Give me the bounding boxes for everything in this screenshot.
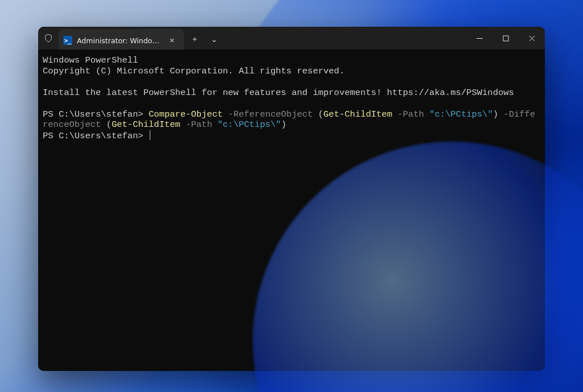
ps-space xyxy=(212,119,217,130)
prompt-text: PS C:\Users\stefan> xyxy=(43,109,149,119)
ps-space xyxy=(392,109,397,119)
ps-space xyxy=(180,119,186,130)
cursor-icon xyxy=(150,130,150,139)
ps-space xyxy=(223,109,228,119)
titlebar-drag-region[interactable] xyxy=(224,27,466,49)
ps-parameter: -ReferenceObject xyxy=(228,109,313,119)
minimize-button[interactable] xyxy=(466,27,492,49)
ps-punctuation: ( xyxy=(106,119,112,130)
ps-cmdlet: Compare-Object xyxy=(149,109,223,119)
ps-space xyxy=(313,109,318,119)
ps-space xyxy=(498,109,503,119)
tab-powershell[interactable]: >_ Administrator: Windows Powe ✕ xyxy=(59,29,184,52)
ps-punctuation: ) xyxy=(281,119,286,130)
ps-parameter: -Path xyxy=(397,109,424,119)
terminal-output[interactable]: Windows PowerShell Copyright (C) Microso… xyxy=(38,49,545,371)
ps-parameter: -Path xyxy=(186,119,212,130)
close-button[interactable] xyxy=(519,27,545,49)
ps-punctuation: ) xyxy=(493,109,498,119)
tab-dropdown-button[interactable]: ⌄ xyxy=(204,29,224,49)
ps-punctuation: ( xyxy=(318,109,323,119)
new-tab-button[interactable]: ＋ xyxy=(185,29,204,49)
terminal-line: Install the latest PowerShell for new fe… xyxy=(43,88,514,98)
admin-shield-icon xyxy=(38,27,59,49)
prompt-text: PS C:\Users\stefan> xyxy=(43,131,149,142)
tab-label: Administrator: Windows Powe xyxy=(77,36,162,45)
terminal-line: Windows PowerShell xyxy=(43,55,138,65)
ps-string: "c:\PCtips\" xyxy=(217,119,281,130)
ps-space xyxy=(424,109,429,119)
titlebar[interactable]: >_ Administrator: Windows Powe ✕ ＋ ⌄ xyxy=(38,27,545,49)
maximize-button[interactable] xyxy=(492,27,519,49)
svg-rect-1 xyxy=(503,36,508,41)
ps-cmdlet: Get-ChildItem xyxy=(112,119,180,130)
tab-close-button[interactable]: ✕ xyxy=(167,35,177,46)
ps-space xyxy=(101,119,106,130)
terminal-window: >_ Administrator: Windows Powe ✕ ＋ ⌄ Win… xyxy=(38,27,545,371)
ps-cmdlet: Get-ChildItem xyxy=(323,109,392,119)
terminal-line: Copyright (C) Microsoft Corporation. All… xyxy=(43,66,344,76)
ps-parameter-wrap: renceObject xyxy=(43,119,101,130)
ps-string: "c:\PCtips\" xyxy=(429,109,493,119)
powershell-icon: >_ xyxy=(63,36,72,45)
ps-parameter: -Diffe xyxy=(503,109,535,119)
window-controls xyxy=(466,27,545,49)
